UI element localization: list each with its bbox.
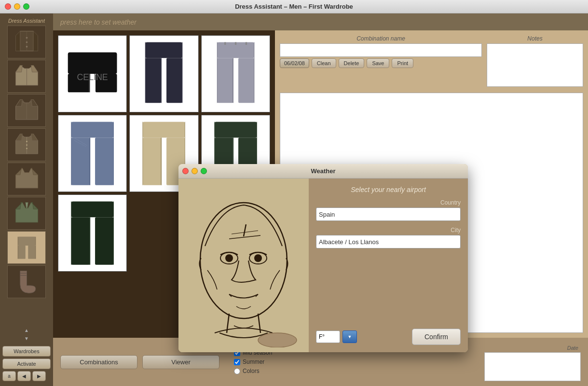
modal-body: Select your nearly airport Country Spain… bbox=[178, 179, 468, 352]
country-section: Country Spain France Germany Italy UK bbox=[316, 199, 461, 221]
modal-title: Weather bbox=[311, 167, 335, 175]
modal-title-bar: Weather bbox=[178, 164, 468, 179]
country-select[interactable]: Spain France Germany Italy UK bbox=[316, 207, 461, 221]
modal-bottom-row: F° Confirm bbox=[316, 329, 461, 345]
modal-face-area bbox=[178, 179, 309, 352]
country-label: Country bbox=[316, 199, 461, 206]
face-sketch-svg bbox=[181, 183, 306, 347]
city-section: City Albacete / Los Llanos Madrid / Bara… bbox=[316, 227, 461, 248]
temp-display: F° bbox=[316, 331, 340, 343]
modal-overlay: Weather bbox=[0, 0, 588, 386]
temp-dropdown[interactable] bbox=[342, 331, 357, 343]
modal-close-button[interactable] bbox=[182, 168, 189, 174]
weather-modal: Weather bbox=[178, 164, 468, 352]
country-select-row: Spain France Germany Italy UK bbox=[316, 207, 461, 221]
temp-value: F° bbox=[319, 333, 325, 340]
modal-minimize-button[interactable] bbox=[191, 168, 198, 174]
modal-maximize-button[interactable] bbox=[201, 168, 207, 174]
svg-point-89 bbox=[225, 254, 233, 262]
city-select-row: Albacete / Los Llanos Madrid / Barajas B… bbox=[316, 235, 461, 248]
city-label: City bbox=[316, 227, 461, 234]
modal-controls: Select your nearly airport Country Spain… bbox=[309, 179, 468, 352]
temp-select-row: F° bbox=[316, 331, 357, 343]
modal-subtitle: Select your nearly airport bbox=[316, 186, 461, 193]
city-select[interactable]: Albacete / Los Llanos Madrid / Barajas B… bbox=[316, 235, 461, 248]
modal-window-controls bbox=[182, 168, 207, 174]
svg-point-97 bbox=[258, 333, 297, 347]
svg-point-91 bbox=[254, 254, 262, 262]
confirm-button[interactable]: Confirm bbox=[412, 329, 461, 345]
